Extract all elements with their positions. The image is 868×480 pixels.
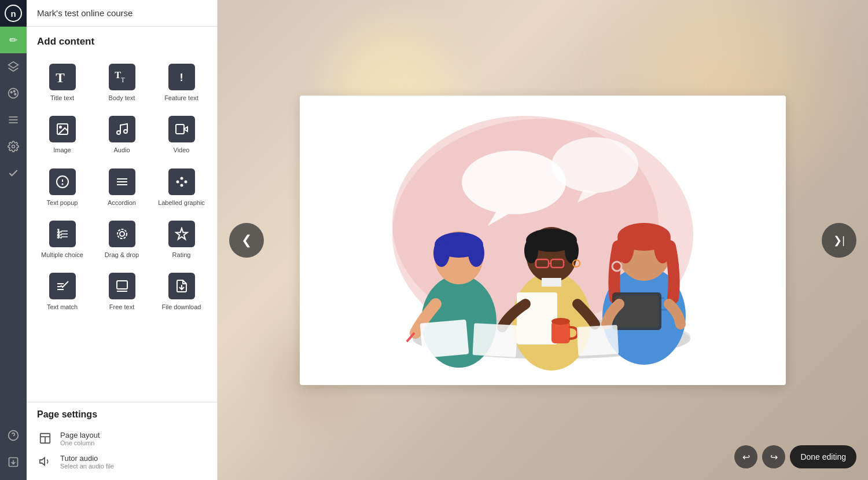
page-layout-label: Page layout <box>60 431 100 439</box>
redo-icon: ↪ <box>770 452 778 463</box>
svg-text:T: T <box>56 70 65 85</box>
content-item-multiple-choice[interactable]: 1. 2. 3. Multiple choice <box>34 214 91 263</box>
svg-rect-91 <box>577 325 619 356</box>
svg-point-41 <box>117 229 127 239</box>
content-item-video[interactable]: Video <box>153 109 210 159</box>
nav-list-button[interactable] <box>0 107 27 133</box>
svg-point-21 <box>124 130 127 133</box>
nav-rail: n ✏ <box>0 0 27 480</box>
body-text-label: Body text <box>109 94 135 102</box>
logo-letter: n <box>10 9 16 19</box>
content-item-labelled-graphic[interactable]: Labelled graphic <box>153 162 210 211</box>
svg-point-63 <box>433 239 450 267</box>
svg-point-2 <box>10 91 12 93</box>
svg-point-20 <box>117 131 120 134</box>
content-item-drag-drop[interactable]: Drag & drop <box>93 214 150 263</box>
content-item-free-text[interactable]: Free text <box>93 266 150 316</box>
nav-layers-button[interactable] <box>0 53 27 80</box>
bottom-toolbar: ↩ ↪ Done editing <box>734 445 856 468</box>
text-popup-icon <box>49 168 76 195</box>
svg-point-54 <box>462 151 566 214</box>
page-layout-sub: One column <box>60 439 100 446</box>
svg-marker-51 <box>40 458 45 466</box>
tutor-audio-text: Tutor audio Select an audio file <box>60 454 114 470</box>
nav-help-button[interactable] <box>0 422 27 449</box>
svg-rect-75 <box>542 278 561 287</box>
svg-marker-0 <box>9 62 19 68</box>
undo-icon: ↩ <box>742 452 750 463</box>
rating-label: Rating <box>172 251 191 259</box>
content-item-audio[interactable]: Audio <box>93 109 150 159</box>
free-text-label: Free text <box>109 303 134 311</box>
page-layout-text: Page layout One column <box>60 431 100 446</box>
app-logo[interactable]: n <box>0 0 27 27</box>
svg-point-26 <box>62 184 62 184</box>
file-download-label: File download <box>162 303 201 311</box>
content-grid: T Title text T T Body text ! Feature tex… <box>27 52 217 320</box>
left-arrow-icon: ❮ <box>241 233 252 248</box>
svg-point-4 <box>14 93 16 95</box>
done-editing-label: Done editing <box>800 452 846 461</box>
svg-point-40 <box>120 232 124 236</box>
free-text-icon <box>109 273 135 299</box>
svg-rect-45 <box>117 281 127 289</box>
nav-bottom <box>0 422 27 480</box>
tutor-audio-label: Tutor audio <box>60 454 114 463</box>
content-item-body-text[interactable]: T T Body text <box>93 57 150 107</box>
svg-rect-22 <box>176 124 184 134</box>
content-item-file-download[interactable]: File download <box>153 266 210 316</box>
svg-point-56 <box>551 137 638 193</box>
nav-settings-button[interactable] <box>0 133 27 160</box>
page-settings-heading: Page settings <box>37 409 207 420</box>
tutor-audio-item[interactable]: Tutor audio Select an audio file <box>37 450 207 473</box>
audio-icon <box>109 116 135 142</box>
body-text-icon: T T <box>109 64 135 90</box>
content-item-rating[interactable]: Rating <box>153 214 210 263</box>
add-content-heading: Add content <box>27 27 217 52</box>
svg-point-30 <box>176 180 179 183</box>
tutor-audio-icon <box>37 453 53 470</box>
labelled-graphic-label: Labelled graphic <box>158 199 205 207</box>
svg-text:T: T <box>115 69 121 80</box>
next-slide-button[interactable]: ❯| <box>822 223 856 258</box>
slide-container <box>300 96 786 385</box>
content-item-title-text[interactable]: T Title text <box>34 57 91 107</box>
svg-point-31 <box>180 177 183 179</box>
course-title: Mark's test online course <box>27 0 217 27</box>
nav-palette-button[interactable] <box>0 80 27 107</box>
content-item-accordion[interactable]: Accordion <box>93 162 150 211</box>
file-download-icon <box>168 273 195 299</box>
tutor-audio-sub: Select an audio file <box>60 463 114 470</box>
accordion-icon <box>109 168 135 195</box>
title-text-label: Title text <box>50 94 74 102</box>
done-editing-button[interactable]: Done editing <box>790 445 856 468</box>
redo-button[interactable]: ↪ <box>762 445 785 468</box>
text-match-icon <box>49 273 76 299</box>
content-item-feature-text[interactable]: ! Feature text <box>153 57 210 107</box>
svg-point-33 <box>180 184 183 186</box>
svg-point-8 <box>12 145 15 148</box>
svg-text:T: T <box>120 76 124 84</box>
audio-label: Audio <box>113 146 130 154</box>
drag-drop-label: Drag & drop <box>105 251 139 259</box>
content-item-text-popup[interactable]: Text popup <box>34 162 91 211</box>
nav-check-button[interactable] <box>0 160 27 186</box>
page-layout-item[interactable]: Page layout One column <box>37 427 207 450</box>
svg-point-64 <box>468 239 484 267</box>
main-content: ❮ ❯| ↩ ↪ Done editing <box>218 0 868 480</box>
svg-point-3 <box>13 90 15 92</box>
image-icon <box>49 116 76 142</box>
svg-rect-66 <box>420 319 469 358</box>
content-item-text-match[interactable]: Text match <box>34 266 91 316</box>
undo-button[interactable]: ↩ <box>734 445 757 468</box>
feature-text-icon: ! <box>168 64 195 90</box>
right-arrow-icon: ❯| <box>833 234 845 247</box>
accordion-label: Accordion <box>108 199 136 207</box>
nav-edit-button[interactable]: ✏ <box>0 27 27 53</box>
image-label: Image <box>53 146 71 154</box>
nav-export-button[interactable] <box>0 449 27 475</box>
content-item-image[interactable]: Image <box>34 109 91 159</box>
prev-slide-button[interactable]: ❮ <box>229 223 264 258</box>
labelled-graphic-icon <box>168 168 195 195</box>
page-layout-icon <box>37 430 53 446</box>
